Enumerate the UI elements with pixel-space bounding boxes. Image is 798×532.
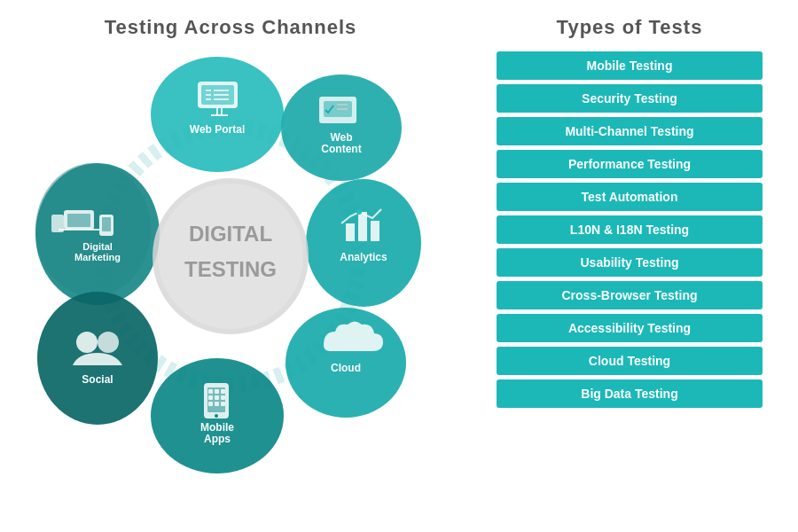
left-panel: Testing Across Channels <box>0 0 461 532</box>
svg-text:Mobile: Mobile <box>200 421 234 434</box>
diagram: DIGITAL TESTING Web Portal <box>27 48 434 500</box>
svg-rect-55 <box>67 214 90 227</box>
testing-item[interactable]: Big Data Testing <box>497 379 763 408</box>
svg-rect-43 <box>208 395 213 400</box>
testing-item[interactable]: Cloud Testing <box>497 347 763 375</box>
svg-rect-48 <box>221 402 225 406</box>
svg-text:Web: Web <box>330 131 352 144</box>
svg-rect-44 <box>215 395 219 400</box>
svg-text:Analytics: Analytics <box>340 251 387 263</box>
testing-list: Mobile TestingSecurity TestingMulti-Chan… <box>497 51 763 408</box>
svg-point-34 <box>356 209 362 215</box>
svg-point-52 <box>98 332 119 353</box>
svg-text:Digital: Digital <box>82 241 113 252</box>
svg-point-4 <box>281 74 402 181</box>
svg-rect-46 <box>208 402 213 406</box>
testing-item[interactable]: Accessibility Testing <box>497 314 763 342</box>
svg-text:TESTING: TESTING <box>184 257 277 281</box>
svg-rect-59 <box>51 215 64 232</box>
svg-text:Web Portal: Web Portal <box>190 123 245 136</box>
testing-item[interactable]: Test Automation <box>497 183 763 211</box>
svg-rect-47 <box>215 402 219 406</box>
svg-rect-32 <box>358 212 367 241</box>
right-panel: Types of Tests Mobile TestingSecurity Te… <box>461 0 798 532</box>
svg-text:Apps: Apps <box>204 433 231 445</box>
page: Testing Across Channels <box>0 0 798 532</box>
right-title: Types of Tests <box>557 16 703 39</box>
svg-point-51 <box>76 332 98 353</box>
left-title: Testing Across Channels <box>105 16 357 39</box>
svg-rect-45 <box>221 395 225 400</box>
svg-rect-40 <box>208 389 213 394</box>
testing-item[interactable]: Usability Testing <box>497 248 763 277</box>
svg-rect-42 <box>221 389 225 394</box>
svg-point-5 <box>306 179 421 307</box>
testing-item[interactable]: Multi-Channel Testing <box>497 117 763 145</box>
testing-item[interactable]: Performance Testing <box>497 150 763 178</box>
svg-rect-58 <box>102 217 111 231</box>
svg-text:Marketing: Marketing <box>74 252 121 262</box>
testing-item[interactable]: Cross-Browser Testing <box>497 281 763 309</box>
testing-item[interactable]: Security Testing <box>497 84 763 113</box>
svg-rect-41 <box>215 389 219 394</box>
svg-text:Social: Social <box>82 373 113 386</box>
svg-point-39 <box>215 414 218 418</box>
testing-item[interactable]: Mobile Testing <box>497 51 763 80</box>
svg-point-10 <box>158 184 303 329</box>
svg-rect-31 <box>346 223 355 241</box>
testing-item[interactable]: L10N & I18N Testing <box>497 215 763 244</box>
svg-rect-33 <box>371 221 379 241</box>
svg-text:DIGITAL: DIGITAL <box>189 222 272 246</box>
svg-text:Cloud: Cloud <box>331 362 361 374</box>
svg-text:Content: Content <box>321 143 361 155</box>
